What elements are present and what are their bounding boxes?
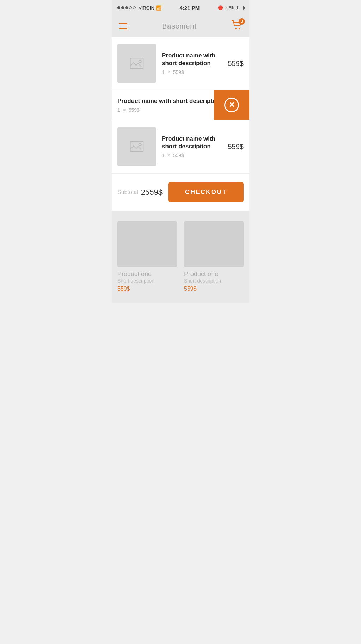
item-total-1: 559$ bbox=[228, 60, 244, 68]
cart-item-3: Product name with short description 1 × … bbox=[112, 120, 249, 173]
svg-point-5 bbox=[139, 143, 141, 146]
status-right: 🔴 22% bbox=[218, 5, 244, 10]
dot-3 bbox=[125, 6, 128, 9]
dot-2 bbox=[121, 6, 124, 9]
wifi-icon: 📶 bbox=[156, 5, 161, 11]
svg-point-1 bbox=[239, 28, 240, 29]
delete-x-icon: ✕ bbox=[224, 98, 239, 112]
status-time: 4:21 PM bbox=[180, 5, 200, 11]
item-total-3: 559$ bbox=[228, 143, 244, 151]
item-name-2: Product name with short description bbox=[117, 97, 225, 105]
qty-x-2: × bbox=[123, 107, 126, 113]
qty-number-2: 1 bbox=[117, 107, 120, 113]
cart-item: Product name with short description 1 × … bbox=[112, 37, 249, 90]
product-card-price-1: 559$ bbox=[117, 286, 177, 292]
carrier-label: VIRGIN bbox=[139, 5, 154, 11]
svg-rect-4 bbox=[130, 141, 143, 151]
product-card-desc-2: Short description bbox=[184, 278, 244, 284]
product-image-3 bbox=[117, 127, 156, 166]
qty-price-1: 559$ bbox=[173, 69, 184, 75]
item-info-3: Product name with short description 1 × … bbox=[162, 135, 225, 158]
product-card-2[interactable]: Product one Short description 559$ bbox=[184, 221, 244, 292]
svg-point-0 bbox=[235, 28, 237, 29]
delete-button[interactable]: ✕ bbox=[214, 90, 249, 120]
hamburger-line-2 bbox=[119, 26, 127, 27]
app-header: Basement 3 bbox=[112, 16, 249, 37]
item-qty-2: 1 × 559$ bbox=[117, 107, 225, 113]
cart-badge: 3 bbox=[239, 18, 245, 25]
status-bar: VIRGIN 📶 4:21 PM 🔴 22% bbox=[112, 0, 249, 16]
subtotal-label: Subtotal bbox=[117, 189, 138, 196]
cart-list: Product name with short description 1 × … bbox=[112, 37, 249, 173]
battery-percent: 22% bbox=[225, 5, 234, 10]
app-title: Basement bbox=[162, 22, 197, 30]
item-qty-1: 1 × 559$ bbox=[162, 69, 225, 75]
battery-fill bbox=[237, 6, 238, 9]
product-grid-section: Product one Short description 559$ Produ… bbox=[112, 211, 249, 303]
product-card-desc-1: Short description bbox=[117, 278, 177, 284]
hamburger-line-1 bbox=[119, 23, 127, 24]
battery-icon bbox=[236, 6, 244, 10]
bluetooth-icon: 🔴 bbox=[218, 5, 223, 10]
dot-4 bbox=[129, 6, 132, 9]
qty-number-3: 1 bbox=[162, 153, 165, 158]
product-card-price-2: 559$ bbox=[184, 286, 244, 292]
product-image-1 bbox=[117, 44, 156, 83]
item-name-3: Product name with short description bbox=[162, 135, 225, 150]
qty-number-1: 1 bbox=[162, 69, 165, 75]
cart-button[interactable]: 3 bbox=[232, 20, 242, 32]
qty-price-3: 559$ bbox=[173, 153, 184, 158]
cart-item-swiped: Product name with short description 1 × … bbox=[112, 90, 249, 120]
item-qty-3: 1 × 559$ bbox=[162, 153, 225, 158]
qty-price-2: 559$ bbox=[129, 107, 140, 113]
qty-x-1: × bbox=[167, 69, 170, 75]
qty-x-3: × bbox=[167, 153, 170, 158]
item-name-1: Product name with short description bbox=[162, 52, 225, 67]
product-grid: Product one Short description 559$ Produ… bbox=[117, 221, 244, 292]
checkout-button[interactable]: CHECKOUT bbox=[168, 182, 244, 202]
dot-5 bbox=[133, 6, 136, 9]
product-card-1[interactable]: Product one Short description 559$ bbox=[117, 221, 177, 292]
svg-rect-2 bbox=[130, 58, 143, 68]
item-info-1: Product name with short description 1 × … bbox=[162, 52, 225, 75]
status-left: VIRGIN 📶 bbox=[117, 5, 161, 11]
checkout-bar: Subtotal 2559$ CHECKOUT bbox=[112, 173, 249, 211]
menu-button[interactable] bbox=[119, 23, 127, 29]
subtotal-section: Subtotal 2559$ bbox=[117, 188, 163, 197]
hamburger-line-3 bbox=[119, 28, 127, 29]
subtotal-amount: 2559$ bbox=[141, 188, 163, 197]
product-card-name-1: Product one bbox=[117, 271, 177, 278]
product-card-image-2 bbox=[184, 221, 244, 267]
product-card-name-2: Product one bbox=[184, 271, 244, 278]
signal-dots bbox=[117, 6, 136, 9]
item-info-2: Product name with short description 1 × … bbox=[117, 97, 225, 113]
svg-point-3 bbox=[139, 60, 141, 63]
dot-1 bbox=[117, 6, 120, 9]
product-card-image-1 bbox=[117, 221, 177, 267]
